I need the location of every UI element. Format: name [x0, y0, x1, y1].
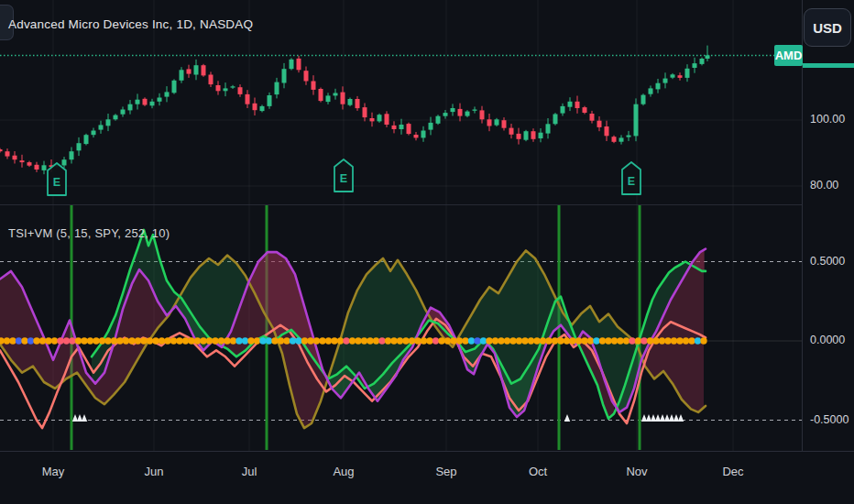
svg-text:E: E	[53, 176, 60, 189]
price-axis[interactable]	[802, 0, 854, 504]
axis-price-highlight-bar	[803, 63, 854, 68]
earnings-markers: EEE	[48, 159, 640, 195]
currency-button[interactable]: USD	[804, 8, 851, 47]
last-price-symbol-badge[interactable]: AMD	[774, 45, 803, 66]
indicator-fills	[0, 230, 705, 428]
time-axis-label: Jul	[222, 465, 277, 478]
time-axis-label: Aug	[316, 465, 371, 478]
earnings-marker-icon[interactable]: E	[48, 163, 66, 195]
price-axis-label: 100.00	[810, 113, 845, 126]
chart-title: Advanced Micro Devices Inc, 1D, NASDAQ	[8, 17, 253, 31]
trading-chart-window: EEE Advanced Micro Devices Inc, 1D, NASD…	[0, 0, 854, 504]
panel-divider[interactable]	[0, 204, 803, 205]
earnings-marker-icon[interactable]: E	[622, 162, 640, 194]
candles	[0, 46, 710, 175]
zero-line-dots	[0, 337, 707, 344]
price-axis-label: 80.00	[810, 179, 838, 192]
time-axis-label: Dec	[706, 465, 761, 478]
earnings-marker-icon[interactable]: E	[334, 159, 353, 192]
time-axis-label: Sep	[419, 465, 474, 478]
indicator-axis-label: 0.0000	[810, 334, 845, 346]
indicator-axis-label: 0.5000	[810, 255, 845, 268]
svg-text:E: E	[628, 175, 635, 188]
chart-canvas[interactable]: EEE	[0, 0, 854, 504]
indicator-axis-label: -0.5000	[810, 413, 849, 426]
time-axis-label: Oct	[510, 465, 565, 478]
svg-text:E: E	[340, 172, 347, 185]
time-axis-label: May	[26, 465, 81, 478]
time-axis-label: Jun	[126, 465, 181, 478]
indicator-title[interactable]: TSI+VM (5, 15, SPY, 252, 10)	[8, 226, 170, 240]
time-axis-label: Nov	[609, 465, 664, 478]
